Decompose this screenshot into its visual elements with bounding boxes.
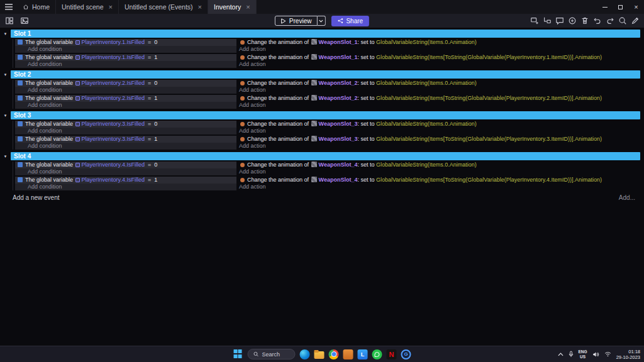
add-condition-link[interactable]: Add condition bbox=[15, 61, 236, 68]
volume-icon[interactable] bbox=[592, 351, 599, 358]
collapse-arrow-icon[interactable]: ▾ bbox=[0, 72, 11, 77]
edge-icon[interactable] bbox=[300, 349, 310, 359]
network-icon[interactable] bbox=[604, 351, 611, 357]
condition[interactable]: The global variable PlayerInventory.1.Is… bbox=[15, 54, 236, 61]
action[interactable]: Change the animation of WeaponSlot_3: se… bbox=[238, 136, 640, 143]
animation-action-icon bbox=[240, 137, 245, 141]
add-new-event-link[interactable]: Add a new event bbox=[13, 194, 60, 201]
add-condition-link[interactable]: Add condition bbox=[15, 46, 236, 53]
project-manager-icon[interactable] bbox=[4, 16, 14, 26]
add-action-link[interactable]: Add action bbox=[238, 61, 640, 68]
event-group-header[interactable]: Slot 3 bbox=[11, 111, 640, 119]
language-indicator[interactable]: ENG US bbox=[579, 349, 587, 359]
collapse-arrow-icon[interactable]: ▾ bbox=[0, 154, 11, 159]
preview-button[interactable]: Preview bbox=[275, 16, 318, 26]
add-action-link[interactable]: Add action bbox=[238, 184, 640, 190]
add-action-link[interactable]: Add action bbox=[238, 143, 640, 150]
action[interactable]: Change the animation of WeaponSlot_2: se… bbox=[238, 80, 640, 87]
delete-icon[interactable] bbox=[580, 16, 589, 26]
tab-close-icon[interactable]: × bbox=[198, 4, 202, 11]
maximize-button[interactable] bbox=[613, 0, 628, 14]
object-thumbnail-icon bbox=[311, 177, 317, 182]
action-set-to: : set to bbox=[357, 95, 376, 101]
redo-icon[interactable] bbox=[605, 16, 614, 26]
clock-time: 01:18 bbox=[616, 349, 640, 354]
edit-icon[interactable] bbox=[630, 16, 640, 26]
action[interactable]: Change the animation of WeaponSlot_4: se… bbox=[238, 177, 640, 184]
add-condition-link[interactable]: Add condition bbox=[15, 168, 236, 175]
zoom-in-icon[interactable] bbox=[567, 16, 577, 26]
collapse-arrow-icon[interactable]: ▾ bbox=[0, 31, 11, 36]
window-controls: × bbox=[597, 0, 644, 14]
object-name: WeaponSlot_4 bbox=[319, 177, 358, 183]
tab-close-icon[interactable]: × bbox=[246, 4, 250, 11]
tab-untitled-scene[interactable]: Untitled scene× bbox=[56, 0, 119, 14]
tab-label: Untitled scene (Events) bbox=[125, 3, 193, 11]
add-action-link[interactable]: Add action bbox=[238, 168, 640, 175]
windows-start-button[interactable] bbox=[233, 349, 243, 359]
condition[interactable]: The global variable PlayerInventory.1.Is… bbox=[15, 39, 236, 46]
add-condition-link[interactable]: Add condition bbox=[15, 184, 236, 190]
add-subevent-icon[interactable] bbox=[542, 16, 552, 26]
netflix-icon[interactable]: N bbox=[387, 349, 397, 359]
add-action-link[interactable]: Add action bbox=[238, 46, 640, 53]
condition[interactable]: The global variable PlayerInventory.2.Is… bbox=[15, 95, 236, 102]
taskbar-search[interactable]: Search bbox=[248, 349, 296, 359]
action[interactable]: Change the animation of WeaponSlot_4: se… bbox=[238, 162, 640, 168]
orange-app-icon[interactable] bbox=[343, 349, 353, 359]
add-action-link[interactable]: Add action bbox=[238, 102, 640, 109]
whatsapp-icon[interactable] bbox=[372, 349, 382, 359]
gdevelop-icon[interactable]: G bbox=[401, 349, 411, 359]
condition-value: 1 bbox=[154, 136, 157, 142]
condition-value: 0 bbox=[154, 39, 157, 45]
add-comment-icon[interactable] bbox=[555, 16, 564, 26]
event-row: The global variable PlayerInventory.2.Is… bbox=[15, 95, 640, 109]
share-button[interactable]: Share bbox=[331, 16, 369, 26]
preview-options-button[interactable] bbox=[317, 16, 325, 26]
condition[interactable]: The global variable PlayerInventory.3.Is… bbox=[15, 121, 236, 128]
undo-icon[interactable] bbox=[592, 16, 602, 26]
action[interactable]: Change the animation of WeaponSlot_1: se… bbox=[238, 39, 640, 46]
event-group-header[interactable]: Slot 2 bbox=[11, 70, 640, 79]
action[interactable]: Change the animation of WeaponSlot_3: se… bbox=[238, 121, 640, 128]
action[interactable]: Change the animation of WeaponSlot_1: se… bbox=[238, 54, 640, 61]
chrome-icon[interactable] bbox=[329, 349, 339, 359]
condition[interactable]: The global variable PlayerInventory.4.Is… bbox=[15, 162, 236, 168]
search-icon[interactable] bbox=[618, 16, 627, 26]
tab-home[interactable]: Home bbox=[17, 0, 56, 14]
event-group-header[interactable]: Slot 1 bbox=[11, 30, 640, 38]
taskbar-clock[interactable]: 01:18 29-10-2023 bbox=[616, 349, 640, 360]
variable-icon bbox=[75, 96, 80, 101]
scene-view-icon[interactable] bbox=[19, 16, 29, 26]
maximize-icon bbox=[618, 5, 623, 9]
object-name: WeaponSlot_4 bbox=[319, 162, 358, 168]
actions-column: Change the animation of WeaponSlot_2: se… bbox=[238, 80, 640, 94]
condition[interactable]: The global variable PlayerInventory.3.Is… bbox=[15, 136, 236, 143]
add-action-link[interactable]: Add action bbox=[238, 128, 640, 134]
action-expression: GlobalVariableString(Items[ToString(Glob… bbox=[376, 136, 602, 142]
condition[interactable]: The global variable PlayerInventory.4.Is… bbox=[15, 177, 236, 184]
microphone-icon[interactable] bbox=[569, 351, 574, 358]
add-condition-link[interactable]: Add condition bbox=[15, 128, 236, 134]
hamburger-menu-icon[interactable] bbox=[0, 0, 17, 14]
event-group-header[interactable]: Slot 4 bbox=[11, 152, 640, 160]
action[interactable]: Change the animation of WeaponSlot_2: se… bbox=[238, 95, 640, 102]
condition[interactable]: The global variable PlayerInventory.2.Is… bbox=[15, 80, 236, 87]
close-button[interactable]: × bbox=[628, 0, 644, 14]
event-groups-host: ▾Slot 1The global variable PlayerInvento… bbox=[0, 30, 644, 190]
add-condition-link[interactable]: Add condition bbox=[15, 87, 236, 94]
minimize-button[interactable] bbox=[597, 0, 613, 14]
add-more-link[interactable]: Add... bbox=[619, 194, 635, 201]
add-condition-link[interactable]: Add condition bbox=[15, 102, 236, 109]
tab-untitled-scene-events-[interactable]: Untitled scene (Events)× bbox=[119, 0, 208, 14]
tab-inventory[interactable]: Inventory× bbox=[208, 0, 257, 14]
add-condition-link[interactable]: Add condition bbox=[15, 143, 236, 150]
collapse-arrow-icon[interactable]: ▾ bbox=[0, 113, 11, 118]
clock-date: 29-10-2023 bbox=[616, 354, 640, 360]
tab-close-icon[interactable]: × bbox=[109, 4, 113, 11]
add-event-icon[interactable] bbox=[530, 16, 539, 26]
tray-chevron-up-icon[interactable] bbox=[558, 353, 564, 356]
ldplayer-icon[interactable]: L bbox=[358, 349, 368, 359]
file-explorer-icon[interactable] bbox=[314, 349, 325, 359]
add-action-link[interactable]: Add action bbox=[238, 87, 640, 94]
